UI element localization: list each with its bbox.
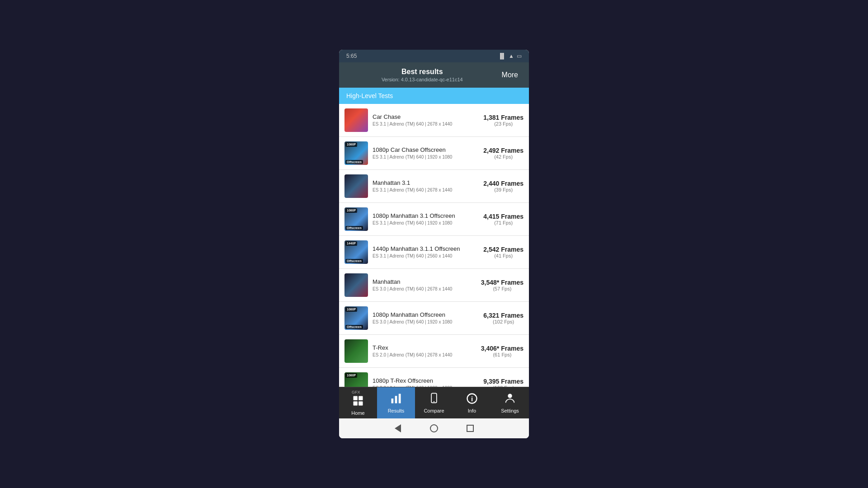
- vibrate-icon: ▐▌: [498, 53, 506, 59]
- result-item[interactable]: T-Rex ES 2.0 | Adreno (TM) 640 | 2678 x …: [339, 335, 529, 368]
- result-name: Manhattan: [373, 278, 476, 285]
- result-item[interactable]: 1440P Offscreen 1440p Manhattan 3.1.1 Of…: [339, 236, 529, 269]
- result-thumbnail: [344, 339, 368, 363]
- recent-icon: [467, 425, 474, 432]
- offscreen-badge: Offscreen: [345, 160, 363, 164]
- result-name: T-Rex: [373, 344, 476, 351]
- nav-icon-results: [390, 392, 402, 407]
- result-score: 1,381 Frames (23 Fps): [483, 114, 524, 127]
- frames-count: 2,542 Frames: [483, 246, 524, 253]
- result-thumbnail: [344, 108, 368, 132]
- result-info: 1080p T-Rex Offscreen ES 2.0 | Adreno (T…: [373, 377, 479, 387]
- svg-point-11: [508, 394, 512, 398]
- fps-count: (39 Fps): [483, 187, 524, 192]
- result-item[interactable]: Car Chase ES 3.1 | Adreno (TM) 640 | 267…: [339, 104, 529, 137]
- resolution-badge: 1080P: [345, 208, 357, 213]
- resolution-badge: 1080P: [345, 307, 357, 312]
- result-desc: ES 2.0 | Adreno (TM) 640 | 2678 x 1440: [373, 352, 476, 358]
- result-thumbnail: [344, 273, 368, 297]
- recent-button[interactable]: [466, 424, 475, 433]
- fps-count: (41 Fps): [483, 253, 524, 258]
- nav-item-settings[interactable]: Settings: [491, 387, 529, 418]
- nav-label-compare: Compare: [424, 408, 444, 413]
- result-name: 1080p Car Chase Offscreen: [373, 146, 479, 153]
- bottom-nav: GFXHomeResultsCompareiInfoSettings: [339, 387, 529, 418]
- result-item[interactable]: 1080P Offscreen 1080p T-Rex Offscreen ES…: [339, 368, 529, 387]
- result-desc: ES 3.0 | Adreno (TM) 640 | 868 x 488: [373, 319, 479, 325]
- frames-count: 9,395 Frames: [483, 378, 524, 385]
- result-info: Manhattan ES 3.0 | Adreno (TM) 640 | 267…: [373, 278, 476, 292]
- fps-count: (23 Fps): [483, 121, 524, 127]
- home-icon: [430, 424, 438, 432]
- result-item[interactable]: 1080P Offscreen 1080p Car Chase Offscree…: [339, 137, 529, 170]
- result-info: 1440p Manhattan 3.1.1 Offscreen ES 3.1 |…: [373, 245, 479, 259]
- result-score: 6,321 Frames (102 Fps): [483, 312, 524, 324]
- app-header: Best results Version: 4.0.13-candidate-q…: [339, 62, 529, 88]
- result-desc: ES 3.1 | Adreno (TM) 640 | 2560 x 1440: [373, 253, 479, 259]
- phone-container: 5:65 ▐▌ ▲ ▭ Best results Version: 4.0.13…: [339, 50, 529, 438]
- result-thumbnail: 1080P Offscreen: [344, 141, 368, 165]
- header-center: Best results Version: 4.0.13-candidate-q…: [346, 68, 498, 82]
- battery-icon: ▭: [517, 53, 522, 59]
- result-name: 1080p Manhattan Offscreen: [373, 311, 479, 318]
- frames-count: 2,440 Frames: [483, 180, 524, 187]
- header-subtitle: Version: 4.0.13-candidate-qc-e11c14: [346, 77, 498, 82]
- results-list: Car Chase ES 3.1 | Adreno (TM) 640 | 267…: [339, 104, 529, 387]
- result-item[interactable]: 1080P Offscreen 1080p Manhattan 3.1 Offs…: [339, 203, 529, 236]
- svg-rect-5: [395, 396, 397, 403]
- result-thumbnail: 1080P Offscreen: [344, 372, 368, 387]
- home-button[interactable]: [429, 424, 439, 433]
- svg-rect-2: [354, 401, 358, 405]
- nav-icon-info: i: [466, 392, 478, 407]
- fps-count: (102 Fps): [483, 319, 524, 324]
- nav-label-info: Info: [468, 408, 476, 413]
- resolution-badge: 1440P: [345, 241, 357, 246]
- result-desc: ES 3.1 | Adreno (TM) 640 | 868 x 488: [373, 220, 479, 226]
- header-title: Best results: [346, 68, 498, 76]
- result-thumbnail: 1440P Offscreen: [344, 240, 368, 264]
- frames-count: 4,415 Frames: [483, 213, 524, 220]
- svg-rect-1: [359, 396, 363, 400]
- result-item[interactable]: Manhattan ES 3.0 | Adreno (TM) 640 | 267…: [339, 269, 529, 302]
- resolution-badge: 1080P: [345, 142, 357, 147]
- result-item[interactable]: Manhattan 3.1 ES 3.1 | Adreno (TM) 640 |…: [339, 170, 529, 203]
- result-info: Manhattan 3.1 ES 3.1 | Adreno (TM) 640 |…: [373, 179, 479, 193]
- offscreen-badge: Offscreen: [345, 325, 363, 329]
- result-score: 9,395 Frames (168 Fps): [483, 378, 524, 387]
- result-score: 2,440 Frames (39 Fps): [483, 180, 524, 192]
- fps-count: (57 Fps): [481, 286, 524, 291]
- nav-icon-settings: [504, 392, 516, 407]
- offscreen-badge: Offscreen: [345, 226, 363, 230]
- nav-item-info[interactable]: iInfo: [453, 387, 491, 418]
- result-info: 1080p Car Chase Offscreen ES 3.1 | Adren…: [373, 146, 479, 160]
- nav-label-settings: Settings: [501, 408, 519, 413]
- result-info: 1080p Manhattan 3.1 Offscreen ES 3.1 | A…: [373, 212, 479, 226]
- back-button[interactable]: [393, 424, 402, 433]
- result-thumbnail: 1080P Offscreen: [344, 306, 368, 330]
- result-score: 2,542 Frames (41 Fps): [483, 246, 524, 258]
- svg-text:i: i: [471, 395, 473, 403]
- fps-count: (61 Fps): [481, 352, 524, 357]
- frames-count: 3,548* Frames: [481, 279, 524, 286]
- frames-count: 6,321 Frames: [483, 312, 524, 319]
- more-button[interactable]: More: [498, 69, 522, 81]
- nav-icon-home: GFX: [352, 390, 364, 409]
- result-thumbnail: 1080P Offscreen: [344, 207, 368, 231]
- back-icon: [395, 424, 401, 432]
- result-score: 3,548* Frames (57 Fps): [481, 279, 524, 291]
- result-score: 3,406* Frames (61 Fps): [481, 345, 524, 357]
- nav-item-home[interactable]: GFXHome: [339, 387, 377, 418]
- nav-label-home: Home: [351, 410, 364, 416]
- result-info: Car Chase ES 3.1 | Adreno (TM) 640 | 267…: [373, 113, 479, 127]
- system-nav: [339, 418, 529, 438]
- svg-rect-3: [359, 401, 363, 405]
- resolution-badge: 1080P: [345, 373, 357, 378]
- svg-rect-4: [392, 399, 394, 404]
- nav-item-results[interactable]: Results: [377, 387, 415, 418]
- result-item[interactable]: 1080P Offscreen 1080p Manhattan Offscree…: [339, 302, 529, 335]
- nav-item-compare[interactable]: Compare: [415, 387, 453, 418]
- status-bar: 5:65 ▐▌ ▲ ▭: [339, 50, 529, 62]
- result-info: 1080p Manhattan Offscreen ES 3.0 | Adren…: [373, 311, 479, 325]
- result-name: Manhattan 3.1: [373, 179, 479, 186]
- result-name: Car Chase: [373, 113, 479, 120]
